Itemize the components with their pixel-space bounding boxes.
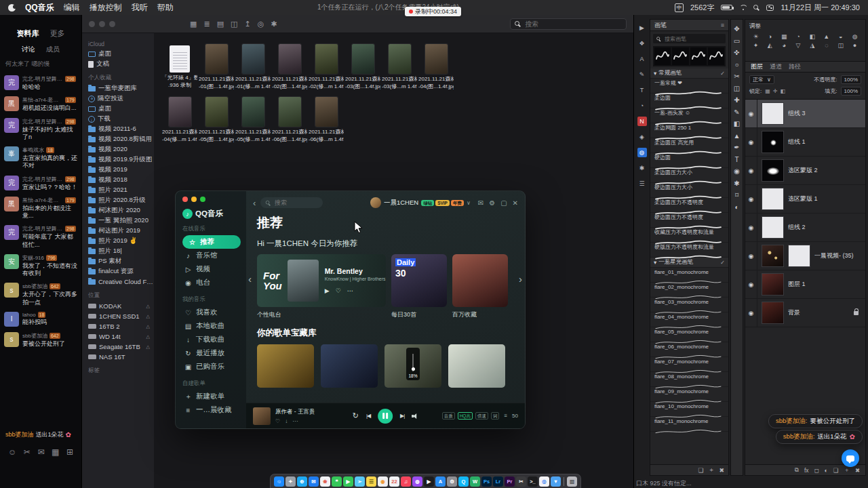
plugin-icon-10[interactable]: ☰: [637, 179, 647, 188]
adjustment-icon-15[interactable]: ●: [848, 42, 861, 49]
carousel-left-icon[interactable]: ‹: [248, 273, 252, 285]
file-image[interactable]: 2021.11.21森林海-04(修...m 1.4f.jpg: [162, 97, 197, 142]
file-image[interactable]: 2021.11.21森林海-04(图...1.4f.jpg: [418, 44, 454, 89]
chat-message[interactable]: ssbb婆加油642要被公开处刑了: [4, 332, 77, 348]
million-favorites-card[interactable]: [452, 254, 508, 307]
layers-footer-icon-6[interactable]: ✖: [855, 467, 860, 474]
brush-preset[interactable]: flare_01_monochrome: [650, 268, 728, 283]
menubar-clock[interactable]: 11月22日 周一 20:49:30: [781, 3, 860, 13]
player-tag-词[interactable]: 词: [491, 412, 500, 420]
music-nav-推荐[interactable]: ☆推荐: [182, 235, 241, 249]
sidebar-item[interactable]: finalcut 资源: [88, 266, 154, 277]
file-image[interactable]: 2021.11.21森林海-05(修...m 1.4f.JPG: [235, 97, 271, 142]
adjustment-icon-10[interactable]: ◕: [778, 42, 791, 49]
eject-icon[interactable]: △: [146, 314, 150, 319]
layers-footer-icon-3[interactable]: ◐: [825, 467, 828, 474]
zoom-icon[interactable]: [200, 197, 205, 202]
sidebar-item[interactable]: WD 14t△: [88, 331, 154, 342]
adjustment-icon-14[interactable]: ◫: [834, 42, 847, 49]
tool-icon-14[interactable]: ⌑: [735, 191, 738, 199]
wifi-icon[interactable]: [739, 5, 747, 11]
dock-lightroom[interactable]: Lr: [493, 476, 503, 487]
menu-item-3[interactable]: 我听: [132, 2, 148, 14]
pause-button[interactable]: [378, 409, 393, 424]
visibility-eye-icon[interactable]: ◉: [745, 157, 757, 184]
menu-item-2[interactable]: 播放控制: [90, 2, 122, 14]
layer-row[interactable]: ◉组线 2: [745, 214, 865, 242]
playlist-cover-4[interactable]: [448, 344, 505, 388]
sidebar-item[interactable]: ↓下载: [88, 114, 154, 124]
layer-row[interactable]: ◉选区蒙版 1: [745, 185, 865, 214]
sidebar-item[interactable]: PS 素材: [88, 256, 154, 266]
sidebar-item[interactable]: 桌面: [88, 49, 154, 59]
tool-icon-6[interactable]: ✚: [734, 96, 739, 104]
finder-toolbar-icon-4[interactable]: ↥: [244, 20, 250, 28]
tool-icon-10[interactable]: ✒: [734, 144, 739, 151]
sidebar-item[interactable]: 照片 2020.8升级: [88, 195, 154, 205]
layers-footer-icon-4[interactable]: ❏: [833, 467, 839, 474]
menu-item-4[interactable]: 帮助: [157, 2, 174, 14]
dock-launchpad[interactable]: ✦: [285, 476, 296, 487]
brushes-panel-tab[interactable]: 画笔 ≡: [650, 20, 728, 31]
window-controls[interactable]: [182, 197, 246, 202]
tool-icon-7[interactable]: ✎: [734, 108, 739, 116]
player-tag-HQ高[interactable]: HQ高: [458, 412, 473, 420]
sidebar-item[interactable]: 视频 2019.9升级图: [88, 155, 154, 165]
chat-toolbar-icon-4[interactable]: ⊞: [66, 447, 73, 457]
brush-search[interactable]: [653, 34, 726, 43]
sidebar-item[interactable]: Creative Cloud Files: [88, 277, 154, 287]
sidebar-item[interactable]: NAS 16T: [88, 352, 154, 362]
file-document[interactable]: 「光环婊 4」数.936 录制: [162, 44, 197, 88]
visibility-eye-icon[interactable]: ◉: [745, 185, 757, 213]
dock-notes[interactable]: ☰: [366, 476, 376, 487]
adjustment-icon-5[interactable]: ▲: [820, 33, 833, 40]
control-center-icon[interactable]: [766, 5, 774, 11]
file-image[interactable]: 2021.11.21森林海-03(修...m 1.4f.JPG: [382, 44, 417, 89]
chat-toolbar-icon-2[interactable]: ✉: [37, 447, 44, 457]
zoom-icon[interactable]: [109, 21, 115, 27]
menu-item-0[interactable]: QQ音乐: [25, 2, 54, 14]
plugin-icon-9[interactable]: ✱: [637, 163, 647, 173]
sidebar-item[interactable]: 桌面: [88, 104, 154, 114]
adjustment-icon-7[interactable]: ◍: [848, 33, 861, 40]
window-icon-0[interactable]: ✉: [478, 199, 484, 207]
visibility-eye-icon[interactable]: ◉: [745, 242, 757, 270]
sidebar-item[interactable]: 视频 2018: [88, 175, 154, 185]
finder-search[interactable]: [510, 18, 627, 30]
minimize-icon[interactable]: [99, 21, 105, 27]
blend-mode-select[interactable]: 正常 ∨: [749, 75, 774, 84]
window-icon-1[interactable]: ⚙: [489, 199, 495, 207]
dock-maps[interactable]: ➢: [355, 476, 365, 487]
plugin-icon-5[interactable]: ◔: [637, 101, 647, 110]
visibility-eye-icon[interactable]: ◉: [745, 128, 757, 156]
playlist-cover-1[interactable]: [257, 344, 314, 388]
brush-preset[interactable]: 一葱常规 ❤: [650, 79, 728, 94]
brush-footer-icon-2[interactable]: ✖: [719, 467, 724, 474]
window-controls[interactable]: [89, 21, 115, 27]
close-icon[interactable]: [182, 197, 188, 202]
carousel-right-icon[interactable]: ›: [519, 273, 522, 285]
layers-footer-icon-0[interactable]: ⧉: [795, 466, 799, 474]
panel-tab-图层[interactable]: 图层: [751, 62, 763, 71]
music-nav-我喜欢[interactable]: ♡我喜欢: [182, 306, 246, 319]
panel-tab-通道[interactable]: 通道: [770, 62, 782, 71]
layer-row[interactable]: ◉一晨视频- (35): [745, 242, 865, 270]
adjustment-icon-9[interactable]: ◭: [764, 42, 776, 49]
sidebar-item[interactable]: 视频 2019: [88, 165, 154, 175]
finder-toolbar-icon-3[interactable]: ◫: [231, 20, 237, 28]
chat-message[interactable]: ssbb婆加油642太开心了，下次再多拍一点: [4, 283, 77, 306]
layer-row[interactable]: ◉选区蒙版 2: [745, 157, 865, 185]
music-nav-一…晨收藏[interactable]: ≡一…晨收藏: [182, 403, 246, 417]
card-icon-0[interactable]: ▶: [325, 287, 330, 294]
dock-tv[interactable]: ▶: [424, 476, 434, 487]
adjustment-icon-12[interactable]: ◮: [806, 42, 819, 49]
adjustment-icon-0[interactable]: ☀: [749, 33, 762, 40]
chat-subtab-1[interactable]: 成员: [46, 45, 60, 54]
tool-icon-12[interactable]: ◉: [734, 167, 740, 175]
adjustment-icon-6[interactable]: ◒: [834, 33, 847, 40]
eject-icon[interactable]: △: [146, 334, 150, 340]
tool-icon-0[interactable]: ✥: [734, 25, 739, 33]
sidebar-item[interactable]: 一葱华麦图库: [88, 83, 154, 94]
layers-footer-icon-5[interactable]: ＋: [844, 466, 850, 474]
dock-facetime[interactable]: ▶: [343, 476, 353, 487]
